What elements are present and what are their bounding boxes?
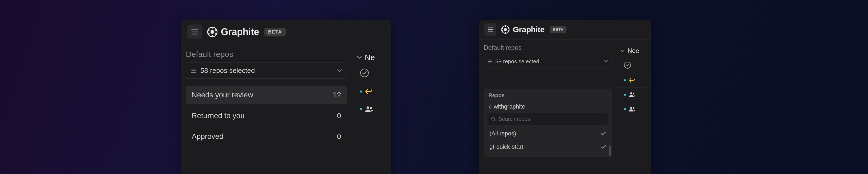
svg-point-3 xyxy=(215,29,217,31)
breadcrumb-text: withgraphite xyxy=(494,103,525,110)
people-icon xyxy=(628,106,636,112)
check-circle-icon xyxy=(360,68,369,77)
svg-rect-24 xyxy=(488,63,492,64)
svg-rect-23 xyxy=(488,61,492,62)
app-window-left: Graphite BETA Default repos 58 repos sel… xyxy=(181,20,391,174)
main-column: Ne xyxy=(352,45,391,174)
people-icon xyxy=(628,92,636,97)
svg-rect-8 xyxy=(191,69,196,70)
svg-point-2 xyxy=(212,27,213,29)
svg-point-5 xyxy=(212,35,213,37)
hamburger-icon xyxy=(191,29,198,34)
review-row[interactable] xyxy=(617,87,651,102)
svg-point-26 xyxy=(624,62,631,68)
dropdown-text: 58 repos selected xyxy=(200,67,333,75)
graphite-logo-icon xyxy=(207,27,218,37)
check-icon xyxy=(601,131,606,136)
hamburger-menu-button[interactable] xyxy=(484,23,496,36)
reply-arrow-icon xyxy=(365,88,372,95)
sidebar-item-label: Returned to you xyxy=(192,111,245,120)
header: Graphite BETA xyxy=(479,20,651,40)
svg-point-19 xyxy=(505,32,506,34)
sidebar-item-returned[interactable]: Returned to you 0 xyxy=(186,107,347,125)
brand-name: Graphite xyxy=(513,25,545,34)
repo-item[interactable]: gt-quick-start xyxy=(487,140,608,153)
section-label: Default repos xyxy=(186,50,347,59)
repo-item-label: gt-quick-start xyxy=(490,143,523,150)
svg-point-17 xyxy=(507,27,509,29)
content-row: Default repos 58 repos selected Needs yo… xyxy=(181,45,391,174)
svg-point-21 xyxy=(502,27,503,29)
repo-popover: Repos withgraphite (All repos) gt-quick-… xyxy=(484,89,612,157)
list-icon xyxy=(191,68,197,74)
breadcrumb[interactable]: withgraphite xyxy=(487,102,608,113)
svg-point-6 xyxy=(208,33,210,35)
chevron-down-icon xyxy=(621,49,625,52)
status-dot xyxy=(624,79,626,81)
svg-point-4 xyxy=(215,33,217,35)
svg-rect-9 xyxy=(191,70,196,71)
main-title: Ne xyxy=(365,53,375,62)
app-window-right: Graphite BETA Default repos 58 repos sel… xyxy=(479,20,651,174)
sidebar-item-needs-review[interactable]: Needs your review 12 xyxy=(186,86,347,104)
people-icon xyxy=(365,106,373,113)
hamburger-menu-button[interactable] xyxy=(187,24,202,40)
review-row[interactable] xyxy=(352,100,391,118)
popover-label: Repos xyxy=(487,92,608,98)
list-icon xyxy=(488,59,492,64)
repo-item-all[interactable]: (All repos) xyxy=(487,127,608,140)
review-row[interactable] xyxy=(617,73,651,87)
sidebar-item-approved[interactable]: Approved 0 xyxy=(186,127,347,146)
reply-arrow-icon xyxy=(628,78,635,83)
status-dot xyxy=(360,108,362,110)
brand-logo-row: Graphite BETA xyxy=(501,25,566,34)
repo-item-label: (All repos) xyxy=(490,130,516,137)
brand-name: Graphite xyxy=(221,26,259,38)
status-dot xyxy=(360,91,362,93)
repo-selector-dropdown[interactable]: 58 repos selected xyxy=(186,63,347,79)
chevron-down-icon xyxy=(357,56,362,59)
svg-point-15 xyxy=(504,28,507,31)
check-circle-icon xyxy=(624,61,631,69)
sidebar: Default repos 58 repos selected Needs yo… xyxy=(181,45,352,174)
search-box xyxy=(487,113,608,125)
main-header[interactable]: Nee xyxy=(617,45,651,57)
svg-point-13 xyxy=(370,107,372,109)
content-row: Default repos 58 repos selected Repos wi… xyxy=(479,40,651,174)
header: Graphite BETA xyxy=(181,20,391,45)
svg-point-18 xyxy=(507,30,509,32)
search-icon xyxy=(491,117,496,122)
sidebar-item-count: 0 xyxy=(337,111,341,120)
review-row[interactable] xyxy=(617,57,651,73)
review-row[interactable] xyxy=(617,102,651,116)
hamburger-icon xyxy=(488,27,493,32)
section-label: Default repos xyxy=(484,44,612,51)
scrollbar-thumb[interactable] xyxy=(609,146,611,156)
review-row[interactable] xyxy=(352,83,391,100)
svg-rect-10 xyxy=(191,72,196,73)
repo-selector-dropdown[interactable]: 58 repos selected xyxy=(484,55,612,68)
sidebar-item-label: Needs your review xyxy=(192,91,253,99)
svg-rect-22 xyxy=(488,59,492,60)
svg-point-30 xyxy=(633,107,634,109)
graphite-logo-icon xyxy=(501,25,510,34)
status-dot xyxy=(624,94,626,96)
main-header[interactable]: Ne xyxy=(352,49,391,66)
main-title: Nee xyxy=(627,47,639,54)
brand-logo-row: Graphite BETA xyxy=(207,26,286,38)
review-row[interactable] xyxy=(352,66,391,83)
svg-point-12 xyxy=(367,106,369,109)
check-icon xyxy=(601,145,606,149)
sidebar-item-count: 12 xyxy=(333,91,341,99)
main-column: Nee xyxy=(617,40,651,174)
search-input[interactable] xyxy=(498,116,604,122)
sidebar: Default repos 58 repos selected Repos wi… xyxy=(479,40,617,174)
svg-point-11 xyxy=(361,69,368,77)
svg-point-28 xyxy=(633,93,634,95)
beta-badge: BETA xyxy=(265,28,286,36)
svg-point-16 xyxy=(505,25,506,27)
svg-point-1 xyxy=(211,30,214,34)
sidebar-item-label: Approved xyxy=(192,132,223,141)
status-dot xyxy=(624,108,626,110)
chevron-left-icon xyxy=(488,104,491,109)
